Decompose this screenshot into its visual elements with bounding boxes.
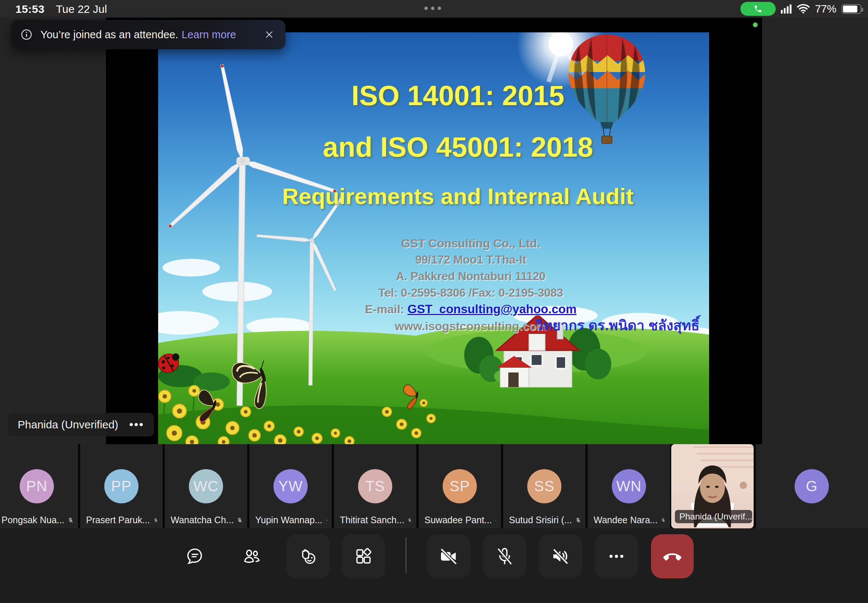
mic-off-icon	[407, 516, 412, 525]
presenter-name-pill: Phanida (Unverified) •••	[8, 413, 154, 436]
hang-up-button[interactable]	[651, 534, 694, 578]
mic-off-icon	[326, 516, 327, 525]
slide-address-2: A. Pakkred Nontaburi 11120	[195, 270, 709, 283]
avatar: PP	[104, 469, 139, 503]
participant-video-tile[interactable]: Phanida (Unverif...	[671, 444, 754, 528]
avatar: SP	[443, 469, 477, 503]
battery-icon	[842, 4, 861, 14]
mic-off-icon	[237, 516, 243, 525]
presenting-indicator-dot	[753, 22, 758, 27]
participant-name: Wandee Nara...	[594, 515, 658, 526]
presenter-more-menu[interactable]: •••	[129, 418, 144, 431]
slide-address-1: 99/172 Moo1 T.Tha-It	[195, 254, 709, 267]
multitask-handle[interactable]: •••	[0, 2, 868, 15]
raise-hand-reaction-icon	[298, 546, 319, 567]
participant-filmstrip: PN Pongsak Nua... PP Prasert Paruk... WC…	[0, 444, 868, 528]
avatar: WC	[189, 469, 223, 503]
participant-tile[interactable]: TS Thitirat Sanch...	[334, 444, 416, 528]
avatar: G	[795, 469, 829, 503]
slide-lecturer: วิทยากร ดร.พนิดา ชลังสุทธิ์	[535, 314, 699, 336]
close-icon[interactable]	[264, 29, 274, 40]
mic-off-button[interactable]	[483, 534, 526, 578]
participant-tile[interactable]: YW Yupin Wannap...	[249, 444, 332, 528]
learn-more-link[interactable]: Learn more	[182, 29, 236, 41]
banner-message: You’re joined as an attendee.	[40, 29, 178, 41]
participant-tile[interactable]: G	[756, 444, 868, 528]
participant-tile[interactable]: PN Pongsak Nua...	[0, 444, 78, 528]
battery-percent: 77%	[815, 3, 836, 15]
meeting-stage: ISO 14001: 2015 and ISO 45001: 2018 Requ…	[0, 18, 868, 444]
presenter-name: Phanida (Unverified)	[18, 418, 118, 431]
call-controls-toolbar	[0, 528, 868, 603]
slide-phone-fax: Tel: 0-2595-8306 /Fax: 0-2195-3083	[195, 286, 709, 300]
chat-button[interactable]	[173, 534, 217, 578]
participant-name: Wanatcha Ch...	[171, 515, 234, 526]
wifi-icon	[797, 4, 810, 14]
reactions-button[interactable]	[286, 534, 330, 578]
participant-tile[interactable]: SP Suwadee Pant...	[419, 444, 501, 528]
people-button[interactable]	[230, 534, 273, 578]
hang-up-icon	[662, 546, 683, 567]
participant-name: Thitirat Sanch...	[340, 515, 404, 526]
phone-icon	[754, 5, 762, 13]
mic-off-icon	[494, 546, 515, 567]
participant-name: Yupin Wannap...	[255, 515, 323, 526]
apps-button[interactable]	[342, 534, 385, 578]
people-icon	[241, 546, 261, 566]
camera-off-button[interactable]	[427, 534, 470, 578]
mic-off-icon	[68, 516, 74, 525]
mic-off-icon	[661, 516, 666, 525]
participant-name: Pongsak Nua...	[2, 515, 64, 526]
slide-title-line2: and ISO 45001: 2018	[183, 131, 709, 163]
participant-tile[interactable]: WN Wandee Nara...	[588, 444, 670, 528]
cellular-signal-icon	[781, 4, 792, 14]
toolbar-divider	[406, 538, 407, 573]
speaker-off-icon	[550, 546, 571, 567]
camera-off-icon	[438, 546, 459, 567]
avatar: TS	[358, 469, 393, 503]
participant-name: Sutud Srisiri (...	[509, 515, 572, 526]
more-icon	[607, 546, 627, 566]
mic-off-icon	[495, 516, 497, 525]
apps-icon	[353, 546, 373, 566]
slide-company: GST Consulting Co., Ltd.	[195, 237, 709, 250]
slide-title-line1: ISO 14001: 2015	[183, 79, 709, 111]
slide-title-line3: Requirements and Internal Audit	[183, 183, 709, 209]
avatar: SS	[528, 469, 562, 503]
avatar: PN	[20, 469, 54, 503]
avatar: YW	[274, 469, 308, 503]
participant-tile[interactable]: SS Sutud Srisiri (...	[503, 444, 586, 528]
mic-off-icon	[575, 516, 581, 525]
mic-off-icon	[153, 516, 158, 525]
shared-slide: ISO 14001: 2015 and ISO 45001: 2018 Requ…	[158, 32, 709, 444]
participant-name-label: Phanida (Unverif...	[675, 510, 752, 523]
speaker-off-button[interactable]	[539, 534, 582, 578]
participant-name: Prasert Paruk...	[86, 515, 150, 526]
participant-tile[interactable]: WC Wanatcha Ch...	[165, 444, 247, 528]
participant-name: Suwadee Pant...	[424, 515, 492, 526]
more-options-button[interactable]	[595, 534, 638, 578]
attendee-notification-banner: You’re joined as an attendee. Learn more	[11, 20, 285, 49]
avatar: WN	[612, 469, 646, 503]
status-bar: 15:53 Tue 22 Jul ••• 77%	[0, 0, 868, 18]
active-call-pill[interactable]	[740, 2, 776, 16]
slide-email-label: E-mail:	[365, 303, 405, 316]
info-icon	[20, 28, 33, 41]
chat-icon	[185, 546, 205, 566]
participant-tile[interactable]: PP Prasert Paruk...	[80, 444, 162, 528]
stage-right-gutter	[762, 18, 868, 444]
stage-left-gutter	[0, 18, 106, 444]
